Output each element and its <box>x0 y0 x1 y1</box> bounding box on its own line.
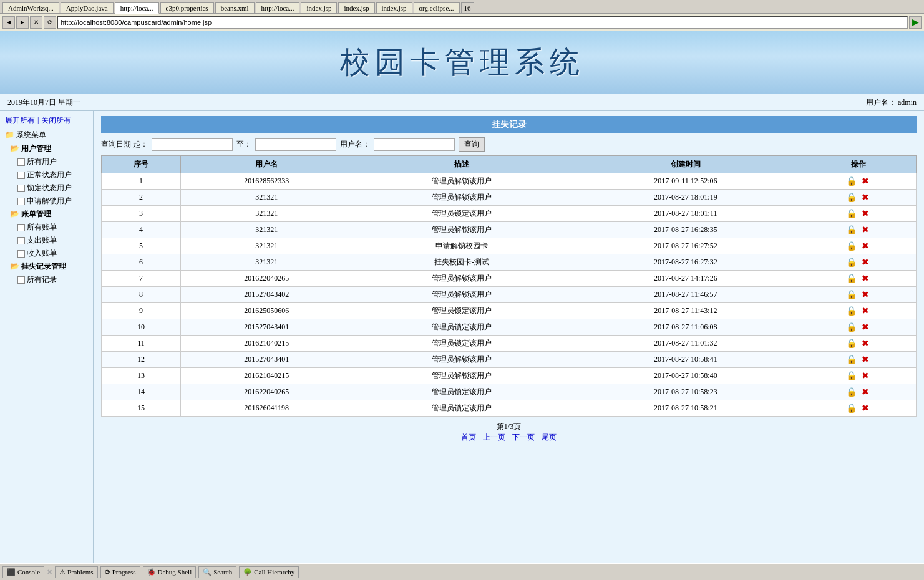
lock-icon[interactable]: 🔒 <box>846 306 856 316</box>
lock-icon[interactable]: 🔒 <box>846 370 856 380</box>
delete-icon[interactable]: ✖ <box>860 225 870 234</box>
cell-time: 2017-08-27 11:46:57 <box>571 287 800 303</box>
last-page-link[interactable]: 尾页 <box>542 433 557 442</box>
tab-7[interactable]: index.jsp <box>338 2 374 13</box>
tab-3[interactable]: c3p0.properties <box>160 2 214 13</box>
lock-icon[interactable]: 🔒 <box>846 354 856 364</box>
sidebar-system-menu[interactable]: 📁 系统菜单 <box>0 128 93 142</box>
delete-icon[interactable]: ✖ <box>860 387 870 397</box>
delete-icon[interactable]: ✖ <box>860 208 870 218</box>
cell-desc: 管理员解锁该用户 <box>353 368 571 384</box>
sidebar-user-management[interactable]: 📂 用户管理 <box>0 142 93 155</box>
table-row: 9 201625050606 管理员锁定该用户 2017-08-27 11:43… <box>102 303 917 319</box>
cell-desc: 管理员解锁该用户 <box>353 222 571 238</box>
tab-2[interactable]: http://loca... <box>115 2 159 14</box>
lock-icon[interactable]: 🔒 <box>846 241 856 251</box>
back-button[interactable]: ◄ <box>2 16 15 29</box>
delete-icon[interactable]: ✖ <box>860 273 870 283</box>
taskbar-progress[interactable]: ⟳ Progress <box>100 566 140 578</box>
sidebar-item-all-accounts[interactable]: 所有账单 <box>0 221 93 234</box>
taskbar-debug[interactable]: 🐞 Debug Shell <box>143 566 197 578</box>
cell-username: 201621040215 <box>180 368 353 384</box>
delete-icon[interactable]: ✖ <box>860 322 870 332</box>
console-icon: ⬛ <box>7 568 16 576</box>
sidebar-lost-management[interactable]: 📂 挂失记录管理 <box>0 260 93 273</box>
sidebar-item-normal-users[interactable]: 正常状态用户 <box>0 168 93 181</box>
checkbox-icon <box>17 158 25 166</box>
delete-icon[interactable]: ✖ <box>860 257 870 267</box>
cell-username: 201621040215 <box>180 336 353 352</box>
cell-id: 13 <box>102 368 181 384</box>
table-row: 7 201622040265 管理员解锁该用户 2017-08-27 14:17… <box>102 271 917 287</box>
cell-username: 321321 <box>180 190 353 206</box>
lock-icon[interactable]: 🔒 <box>846 225 856 234</box>
lock-icon[interactable]: 🔒 <box>846 387 856 397</box>
go-button[interactable]: ▶ <box>909 16 922 29</box>
sidebar-item-all-users[interactable]: 所有用户 <box>0 155 93 168</box>
tab-5[interactable]: http://loca... <box>256 2 300 13</box>
stop-button[interactable]: ✕ <box>30 16 42 29</box>
search-button[interactable]: 查询 <box>459 137 485 152</box>
first-page-link[interactable]: 首页 <box>461 433 476 442</box>
collapse-all-link[interactable]: 关闭所有 <box>41 115 71 126</box>
sidebar-item-apply-unlock[interactable]: 申请解锁用户 <box>0 195 93 208</box>
delete-icon[interactable]: ✖ <box>860 192 870 202</box>
prev-page-link[interactable]: 上一页 <box>483 433 505 442</box>
tab-0[interactable]: AdminWorksq... <box>2 2 59 13</box>
expand-all-link[interactable]: 展开所有 <box>5 115 35 126</box>
sidebar-item-income[interactable]: 收入账单 <box>0 247 93 260</box>
console-label: Console <box>17 568 40 576</box>
delete-icon[interactable]: ✖ <box>860 306 870 316</box>
sidebar-item-all-records[interactable]: 所有记录 <box>0 273 93 286</box>
lock-icon[interactable]: 🔒 <box>846 257 856 267</box>
tab-8[interactable]: index.jsp <box>376 2 412 13</box>
refresh-button[interactable]: ⟳ <box>44 16 56 29</box>
lock-icon[interactable]: 🔒 <box>846 273 856 283</box>
checkbox-icon <box>17 224 25 231</box>
taskbar-hierarchy[interactable]: 🌳 Call Hierarchy <box>239 566 299 578</box>
date-from-label: 查询日期 起： <box>101 139 148 150</box>
taskbar-console[interactable]: ⬛ Console <box>2 566 44 578</box>
system-menu-label: 系统菜单 <box>16 130 46 140</box>
lock-icon[interactable]: 🔒 <box>846 289 856 299</box>
delete-icon[interactable]: ✖ <box>860 176 870 186</box>
lock-icon[interactable]: 🔒 <box>846 338 856 348</box>
delete-icon[interactable]: ✖ <box>860 354 870 364</box>
lock-icon[interactable]: 🔒 <box>846 403 856 413</box>
pagination: 第1/3页 首页 上一页 下一页 尾页 <box>101 417 917 448</box>
sidebar-account-management[interactable]: 📂 账单管理 <box>0 208 93 221</box>
cell-id: 9 <box>102 303 181 319</box>
sidebar-item-locked-users[interactable]: 锁定状态用户 <box>0 181 93 195</box>
lock-icon[interactable]: 🔒 <box>846 208 856 218</box>
content-area: 挂失记录 查询日期 起： 至： 用户名： 查询 序号 用户名 描述 创建时间 操… <box>94 111 924 573</box>
cell-id: 3 <box>102 206 181 222</box>
all-accounts-label: 所有账单 <box>27 222 57 233</box>
delete-icon[interactable]: ✖ <box>860 403 870 413</box>
tab-4[interactable]: beans.xml <box>215 2 255 13</box>
username-search-input[interactable] <box>374 138 455 151</box>
next-page-link[interactable]: 下一页 <box>512 433 535 442</box>
lock-icon[interactable]: 🔒 <box>846 322 856 332</box>
tab-1[interactable]: ApplyDao.java <box>61 2 114 13</box>
tab-6[interactable]: index.jsp <box>301 2 337 13</box>
lock-icon[interactable]: 🔒 <box>846 192 856 202</box>
date-from-input[interactable] <box>152 138 233 151</box>
table-row: 14 201622040265 管理员锁定该用户 2017-08-27 10:5… <box>102 384 917 400</box>
tab-more[interactable]: 16 <box>461 2 474 13</box>
date-to-input[interactable] <box>255 138 336 151</box>
delete-icon[interactable]: ✖ <box>860 289 870 299</box>
progress-label: Progress <box>112 568 136 576</box>
address-bar[interactable] <box>57 16 908 29</box>
folder-open-icon: 📂 <box>10 262 19 271</box>
delete-icon[interactable]: ✖ <box>860 241 870 251</box>
delete-icon[interactable]: ✖ <box>860 338 870 348</box>
taskbar-problems[interactable]: ⚠ Problems <box>55 566 98 578</box>
cell-id: 12 <box>102 352 181 368</box>
tab-9[interactable]: org.eclipse... <box>414 2 460 13</box>
forward-button[interactable]: ► <box>16 16 29 29</box>
lock-icon[interactable]: 🔒 <box>846 176 856 186</box>
sidebar-item-expense[interactable]: 支出账单 <box>0 234 93 247</box>
cell-time: 2017-08-27 18:01:11 <box>571 206 800 222</box>
delete-icon[interactable]: ✖ <box>860 370 870 380</box>
taskbar-search[interactable]: 🔍 Search <box>198 566 236 578</box>
